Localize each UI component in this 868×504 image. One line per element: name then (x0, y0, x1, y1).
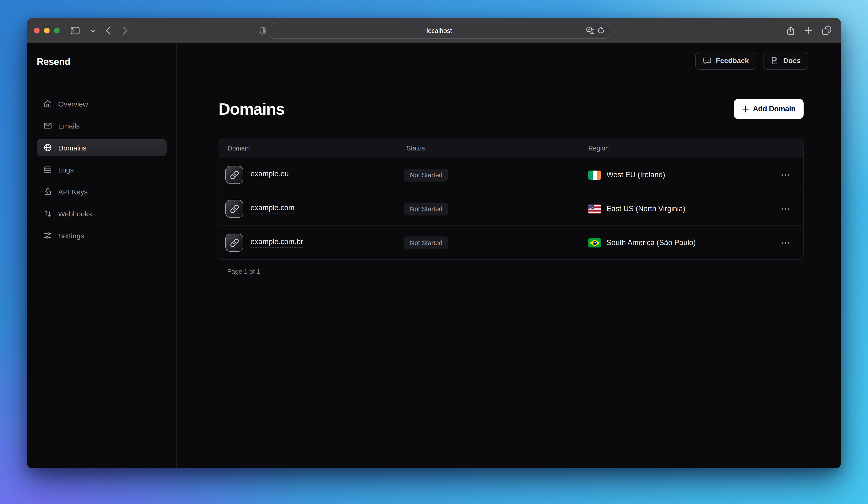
share-icon[interactable] (787, 26, 795, 35)
domain-link-button[interactable] (225, 166, 244, 184)
browser-titlebar: localhost A 文 (27, 18, 841, 43)
table-row: example.com Not Started East US (North V… (219, 192, 803, 225)
sliders-icon (43, 231, 52, 240)
new-tab-icon[interactable] (805, 27, 812, 34)
row-menu-button[interactable] (779, 172, 792, 178)
feedback-button-label: Feedback (716, 57, 749, 64)
sidebar-item-api-keys[interactable]: API Keys (37, 183, 166, 200)
us-flag-icon (588, 204, 601, 213)
desktop-background: localhost A 文 (0, 0, 868, 504)
sidebar-item-logs[interactable]: Logs (37, 161, 166, 178)
table-row: example.com.br Not Started South America… (219, 225, 803, 259)
sidebar-item-emails[interactable]: Emails (37, 117, 166, 134)
sidebar-item-settings[interactable]: Settings (37, 227, 166, 244)
link-icon (230, 170, 239, 179)
status-badge: Not Started (404, 236, 448, 249)
region-label: East US (North Virginia) (607, 204, 685, 213)
sidebar-nav: Overview Emails Domains Logs (27, 95, 176, 244)
sidebar-item-label: Domains (58, 143, 86, 152)
url-text: localhost (427, 27, 452, 34)
docs-button-label: Docs (783, 57, 801, 64)
domain-name-link[interactable]: example.com (250, 203, 294, 214)
feedback-bubble-icon (703, 56, 712, 65)
sidebar-item-label: Emails (58, 122, 80, 130)
sidebar-toggle-icon[interactable] (71, 27, 80, 34)
svg-text:A: A (588, 27, 590, 31)
sidebar-item-label: API Keys (58, 188, 87, 195)
page-content: Domains Add Domain Domain Status Region (177, 78, 841, 275)
sidebar-item-label: Webhooks (58, 210, 92, 218)
link-icon (230, 238, 239, 247)
svg-text:文: 文 (590, 30, 593, 33)
feedback-button[interactable]: Feedback (695, 51, 756, 70)
logs-icon (43, 165, 52, 174)
sidebar-item-label: Settings (58, 231, 84, 240)
page-title: Domains (219, 99, 285, 119)
brazil-flag-icon (588, 238, 601, 247)
sidebar-item-webhooks[interactable]: Webhooks (37, 205, 166, 222)
app-topbar: Feedback Docs (177, 43, 841, 78)
chevron-down-icon[interactable] (91, 29, 95, 32)
resend-logo[interactable]: Resend (27, 56, 176, 67)
titlebar-divider (85, 25, 85, 36)
sidebar-item-label: Logs (58, 165, 74, 174)
back-icon[interactable] (105, 26, 111, 35)
ellipsis-icon (781, 208, 790, 210)
pagination-status: Page 1 of 1 (219, 268, 804, 275)
titlebar-right-actions (787, 18, 831, 43)
table-row: example.eu Not Started West EU (Ireland) (219, 158, 803, 192)
sidebar-item-overview[interactable]: Overview (37, 95, 166, 112)
ellipsis-icon (781, 174, 790, 176)
close-window-button[interactable] (34, 28, 40, 33)
resend-app: Resend Overview Emails Domains (27, 43, 841, 468)
row-menu-button[interactable] (779, 240, 792, 246)
address-bar-area: localhost A 文 (259, 18, 609, 43)
translate-icon[interactable]: A 文 (586, 27, 594, 34)
document-icon (771, 56, 779, 65)
plus-icon (742, 105, 749, 112)
main-area: Feedback Docs Domains Add Domain (177, 43, 841, 468)
domain-link-button[interactable] (225, 200, 244, 218)
status-badge: Not Started (404, 168, 448, 181)
window-controls (34, 18, 128, 43)
forward-icon[interactable] (123, 26, 128, 35)
add-domain-button[interactable]: Add Domain (734, 99, 804, 119)
url-field[interactable]: localhost A 文 (270, 23, 609, 39)
status-badge: Not Started (404, 202, 448, 215)
row-menu-button[interactable] (779, 206, 792, 212)
docs-button[interactable]: Docs (763, 51, 808, 70)
zoom-window-button[interactable] (54, 28, 60, 33)
domains-table: Domain Status Region example.eu (219, 139, 804, 260)
domain-link-button[interactable] (225, 234, 244, 252)
home-icon (43, 99, 52, 108)
ellipsis-icon (781, 242, 790, 244)
table-header: Domain Status Region (219, 139, 803, 158)
region-label: West EU (Ireland) (607, 171, 665, 179)
envelope-icon (43, 121, 52, 130)
sidebar-item-domains[interactable]: Domains (37, 139, 166, 156)
domain-name-link[interactable]: example.com.br (250, 238, 303, 248)
minimize-window-button[interactable] (44, 28, 50, 33)
globe-icon (43, 143, 52, 152)
arrows-up-down-icon (43, 209, 52, 218)
column-header-domain: Domain (219, 145, 404, 152)
region-label: South America (São Paulo) (607, 239, 696, 247)
domain-name-link[interactable]: example.eu (250, 170, 289, 180)
sidebar-item-label: Overview (58, 100, 88, 108)
browser-window: localhost A 文 (27, 18, 841, 468)
lock-icon (43, 187, 52, 196)
add-domain-label: Add Domain (753, 104, 795, 113)
ireland-flag-icon (588, 170, 601, 179)
link-icon (230, 204, 239, 213)
tabs-overview-icon[interactable] (822, 26, 831, 35)
sidebar: Resend Overview Emails Domains (27, 43, 177, 468)
shield-icon[interactable] (259, 27, 266, 34)
column-header-status: Status (404, 145, 588, 152)
column-header-region: Region (588, 145, 779, 152)
reload-icon[interactable] (597, 27, 604, 34)
